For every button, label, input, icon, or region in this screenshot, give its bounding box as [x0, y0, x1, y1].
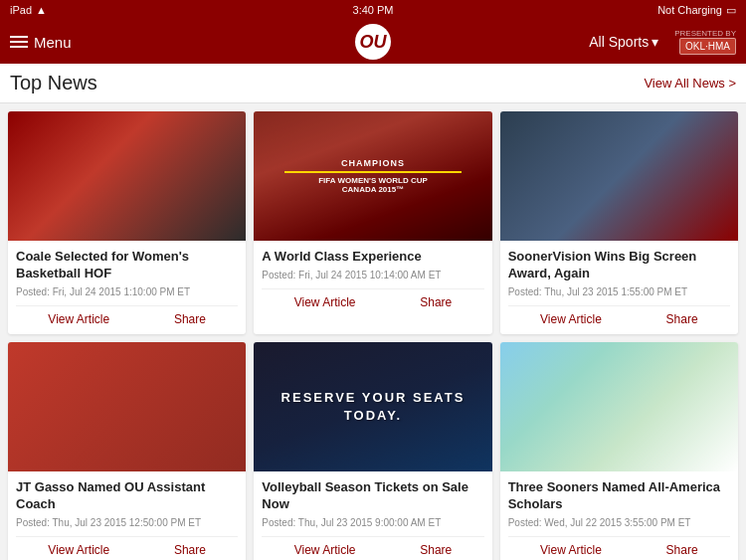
card-date: Posted: Fri, Jul 24 2015 1:10:00 PM ET: [16, 286, 238, 297]
view-article-button[interactable]: View Article: [540, 543, 602, 557]
section-header: Top News View All News >: [0, 64, 746, 103]
card-title: Coale Selected for Women's Basketball HO…: [16, 249, 238, 282]
card-title: A World Class Experience: [262, 249, 483, 266]
share-button[interactable]: Share: [666, 543, 698, 557]
share-button[interactable]: Share: [174, 543, 206, 557]
card-body: Volleyball Season Tickets on Sale Now Po…: [254, 471, 491, 560]
ou-logo: OU: [355, 24, 391, 60]
news-card: Coale Selected for Women's Basketball HO…: [8, 111, 246, 334]
view-article-button[interactable]: View Article: [48, 312, 109, 326]
card-image: [500, 342, 738, 471]
news-card: JT Gasso Named OU Assistant Coach Posted…: [8, 342, 246, 560]
status-bar: iPad ▲ 3:40 PM Not Charging ▭: [0, 0, 746, 20]
battery-icon: ▭: [726, 4, 736, 17]
news-card: RESERVE YOUR SEATSTODAY. Volleyball Seas…: [254, 342, 491, 560]
view-article-button[interactable]: View Article: [294, 295, 356, 309]
menu-label: Menu: [34, 34, 72, 51]
card-actions: View Article Share: [16, 305, 238, 326]
share-button[interactable]: Share: [666, 312, 698, 326]
card-date: Posted: Wed, Jul 22 2015 3:55:00 PM ET: [508, 517, 730, 528]
view-all-link[interactable]: View All News >: [644, 76, 736, 91]
card-date: Posted: Thu, Jul 23 2015 1:55:00 PM ET: [508, 286, 730, 297]
card-image: [500, 111, 738, 241]
card-date: Posted: Thu, Jul 23 2015 12:50:00 PM ET: [16, 517, 238, 528]
card-actions: View Article Share: [262, 536, 483, 557]
card-actions: View Article Share: [262, 288, 483, 309]
nav-right: All Sports ▾ PRESENTED BY OKL·HMA: [589, 29, 736, 55]
share-button[interactable]: Share: [174, 312, 206, 326]
nav-logo[interactable]: OU: [355, 24, 391, 60]
card-date: Posted: Fri, Jul 24 2015 10:14:00 AM ET: [262, 270, 483, 280]
card-body: JT Gasso Named OU Assistant Coach Posted…: [8, 471, 246, 560]
share-button[interactable]: Share: [420, 295, 452, 309]
card-image: [8, 342, 246, 471]
view-article-button[interactable]: View Article: [48, 543, 109, 557]
wifi-icon: ▲: [36, 4, 47, 16]
card-image: [8, 111, 246, 241]
view-article-button[interactable]: View Article: [294, 543, 356, 557]
card-body: SoonerVision Wins Big Screen Award, Agai…: [500, 241, 738, 334]
card-actions: View Article Share: [508, 536, 730, 557]
sponsor-label: OKL·HMA: [679, 38, 736, 55]
chevron-down-icon: ▾: [652, 34, 658, 50]
battery-label: Not Charging: [657, 4, 722, 16]
device-label: iPad: [10, 4, 32, 16]
card-body: Three Sooners Named All-America Scholars…: [500, 471, 738, 560]
card-actions: View Article Share: [16, 536, 238, 557]
news-card: CHAMPIONS FIFA WOMEN'S WORLD CUP CANADA …: [254, 111, 491, 334]
card-body: Coale Selected for Women's Basketball HO…: [8, 241, 246, 334]
card-date: Posted: Thu, Jul 23 2015 9:00:00 AM ET: [262, 517, 483, 528]
card-image: CHAMPIONS FIFA WOMEN'S WORLD CUP CANADA …: [254, 111, 491, 241]
card-title: SoonerVision Wins Big Screen Award, Agai…: [508, 249, 730, 282]
status-right: Not Charging ▭: [657, 4, 736, 17]
share-button[interactable]: Share: [420, 543, 452, 557]
status-time: 3:40 PM: [353, 4, 394, 16]
status-left: iPad ▲: [10, 4, 47, 16]
card-title: Three Sooners Named All-America Scholars: [508, 479, 730, 513]
news-card: Three Sooners Named All-America Scholars…: [500, 342, 738, 560]
presented-by-label: PRESENTED BY: [674, 29, 736, 38]
hamburger-icon: [10, 36, 28, 48]
view-article-button[interactable]: View Article: [540, 312, 602, 326]
card-image: RESERVE YOUR SEATSTODAY.: [254, 342, 491, 471]
card-title: JT Gasso Named OU Assistant Coach: [16, 479, 238, 513]
card-body: A World Class Experience Posted: Fri, Ju…: [254, 241, 491, 317]
nav-bar: Menu OU All Sports ▾ PRESENTED BY OKL·HM…: [0, 20, 746, 64]
news-card: SoonerVision Wins Big Screen Award, Agai…: [500, 111, 738, 334]
menu-button[interactable]: Menu: [10, 34, 72, 51]
all-sports-button[interactable]: All Sports ▾: [589, 34, 658, 50]
section-title: Top News: [10, 72, 97, 94]
news-grid: Coale Selected for Women's Basketball HO…: [0, 103, 746, 560]
card-title: Volleyball Season Tickets on Sale Now: [262, 479, 483, 513]
sports-label: All Sports: [589, 34, 649, 50]
sponsor-block: PRESENTED BY OKL·HMA: [674, 29, 736, 55]
card-actions: View Article Share: [508, 305, 730, 326]
